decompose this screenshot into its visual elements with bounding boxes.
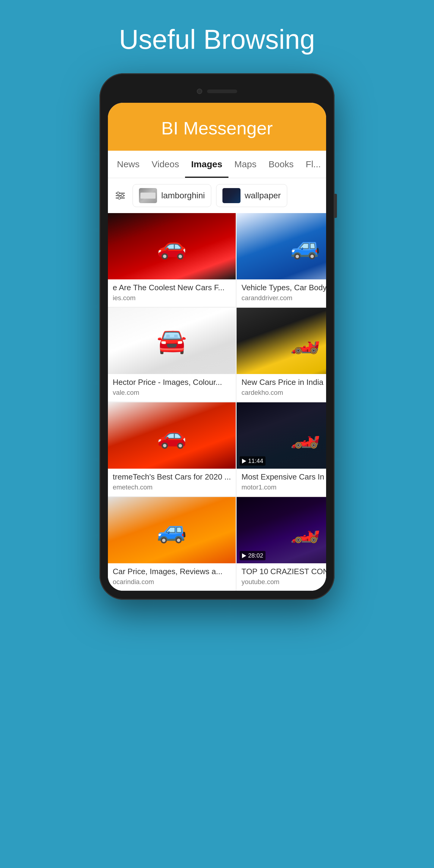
grid-source-2: caranddriver.com <box>241 294 326 302</box>
chip-lamborghini-thumbnail <box>139 188 157 203</box>
phone-frame: BI Messenger News Videos Images Maps Boo… <box>99 73 335 600</box>
grid-image-4 <box>237 308 326 374</box>
grid-source-7: ocarindia.com <box>113 578 231 586</box>
phone-screen: BI Messenger News Videos Images Maps Boo… <box>108 103 326 591</box>
grid-source-3: vale.com <box>113 389 231 397</box>
grid-title-3: Hector Price - Images, Colour... <box>113 378 231 387</box>
phone-top-bar <box>108 82 326 100</box>
tab-books[interactable]: Books <box>262 151 300 178</box>
grid-caption-8: TOP 10 CRAZIEST CONCEPT CA... youtube.co… <box>237 563 326 591</box>
grid-title-4: New Cars Price in India ... <box>241 378 326 387</box>
grid-item-3[interactable]: Hector Price - Images, Colour... vale.co… <box>108 308 236 401</box>
grid-source-5: emetech.com <box>113 484 231 491</box>
grid-title-6: Most Expensive Cars In The World <box>241 472 326 482</box>
page-title: Useful Browsing <box>119 24 315 55</box>
phone-speaker <box>207 90 237 93</box>
svg-point-5 <box>118 197 121 199</box>
grid-item-6[interactable]: 11:44 Most Expensive Cars In The World m… <box>237 402 326 496</box>
grid-image-6: 11:44 <box>237 402 326 469</box>
grid-source-4: cardekho.com <box>241 389 326 397</box>
video-overlay-6: 11:44 <box>240 456 266 466</box>
grid-item-8[interactable]: 28:02 TOP 10 CRAZIEST CONCEPT CA... yout… <box>237 497 326 591</box>
svg-point-4 <box>121 194 124 197</box>
grid-item-2[interactable]: Vehicle Types, Car Body Styles Ex... car… <box>237 213 326 307</box>
chip-lamborghini-label: lamborghini <box>161 191 205 200</box>
grid-image-5 <box>108 402 236 469</box>
app-header: BI Messenger <box>108 103 326 151</box>
chips-row: lamborghini wallpaper <box>108 178 326 213</box>
grid-item-5[interactable]: tremeTech's Best Cars for 2020 ... emete… <box>108 402 236 496</box>
video-play-icon-8 <box>242 553 246 558</box>
grid-image-1 <box>108 213 236 279</box>
tabs-bar: News Videos Images Maps Books Fl... <box>108 151 326 178</box>
grid-title-7: Car Price, Images, Reviews a... <box>113 567 231 576</box>
phone-camera <box>197 89 202 94</box>
grid-caption-5: tremeTech's Best Cars for 2020 ... emete… <box>108 469 236 496</box>
grid-caption-4: New Cars Price in India ... cardekho.com <box>237 374 326 401</box>
chip-wallpaper-thumbnail <box>222 188 241 203</box>
chip-wallpaper[interactable]: wallpaper <box>216 184 287 207</box>
image-grid: e Are The Coolest New Cars F... ies.com … <box>108 213 326 591</box>
grid-title-2: Vehicle Types, Car Body Styles Ex... <box>241 283 326 292</box>
tab-more[interactable]: Fl... <box>300 151 326 178</box>
grid-image-7 <box>108 497 236 563</box>
grid-title-8: TOP 10 CRAZIEST CONCEPT CA... <box>241 567 326 576</box>
grid-caption-7: Car Price, Images, Reviews a... ocarindi… <box>108 563 236 591</box>
chip-wallpaper-label: wallpaper <box>245 191 281 200</box>
svg-point-3 <box>117 192 119 194</box>
video-duration-8: 28:02 <box>248 552 263 559</box>
grid-image-2 <box>237 213 326 279</box>
grid-source-1: ies.com <box>113 294 231 302</box>
app-title: BI Messenger <box>117 118 317 138</box>
grid-caption-2: Vehicle Types, Car Body Styles Ex... car… <box>237 279 326 307</box>
grid-title-5: tremeTech's Best Cars for 2020 ... <box>113 472 231 482</box>
grid-caption-1: e Are The Coolest New Cars F... ies.com <box>108 279 236 307</box>
video-duration-6: 11:44 <box>248 458 263 464</box>
tab-videos[interactable]: Videos <box>146 151 185 178</box>
filter-icon[interactable] <box>113 188 128 203</box>
grid-item-7[interactable]: Car Price, Images, Reviews a... ocarindi… <box>108 497 236 591</box>
phone-side-button <box>335 194 337 218</box>
grid-item-1[interactable]: e Are The Coolest New Cars F... ies.com <box>108 213 236 307</box>
grid-title-1: e Are The Coolest New Cars F... <box>113 283 231 292</box>
grid-item-4[interactable]: New Cars Price in India ... cardekho.com <box>237 308 326 401</box>
grid-image-3 <box>108 308 236 374</box>
tab-maps[interactable]: Maps <box>228 151 262 178</box>
grid-image-8: 28:02 <box>237 497 326 563</box>
grid-caption-6: Most Expensive Cars In The World motor1.… <box>237 469 326 496</box>
video-overlay-8: 28:02 <box>240 551 266 560</box>
grid-source-8: youtube.com <box>241 578 326 586</box>
tab-images[interactable]: Images <box>185 151 228 178</box>
video-play-icon-6 <box>242 459 246 464</box>
grid-caption-3: Hector Price - Images, Colour... vale.co… <box>108 374 236 401</box>
tab-news[interactable]: News <box>111 151 146 178</box>
chip-lamborghini[interactable]: lamborghini <box>133 184 211 207</box>
grid-source-6: motor1.com <box>241 484 326 491</box>
